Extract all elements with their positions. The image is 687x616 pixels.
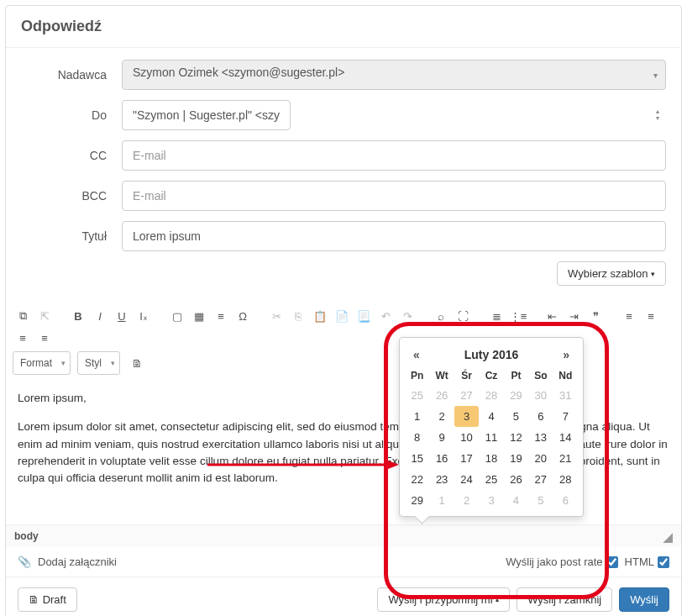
align-right-icon[interactable]: ≡ [13,328,33,348]
calendar-day[interactable]: 7 [553,406,578,427]
sender-label: Nadawca [21,68,122,82]
resize-handle-icon[interactable]: ◢ [663,530,673,544]
sender-select[interactable]: Szymon Ozimek <szymon@sugester.pl> [122,60,666,90]
calendar-day[interactable]: 10 [454,427,479,448]
subject-field[interactable] [122,221,666,251]
post-rate-label[interactable]: Wyślij jako post rate [506,555,617,568]
calendar-day[interactable]: 29 [405,490,429,511]
calendar-day[interactable]: 27 [454,385,479,406]
paste-text-icon[interactable]: 📄 [332,306,352,326]
calendar-day[interactable]: 1 [405,406,429,427]
style-select[interactable]: Styl [77,351,120,375]
paste-word-icon[interactable]: 📃 [354,306,374,326]
calendar-day[interactable]: 26 [429,385,454,406]
calendar-day[interactable]: 18 [479,448,503,469]
quote-icon[interactable]: ❞ [585,306,606,326]
calendar-day[interactable]: 5 [504,406,528,427]
indent-icon[interactable]: ⇥ [564,306,584,326]
underline-button[interactable]: U [112,306,132,326]
calendar-day[interactable]: 4 [479,406,503,427]
body-tab: body ◢ [6,524,681,547]
redo-icon[interactable]: ↷ [397,306,417,326]
align-center-icon[interactable]: ≡ [641,306,661,326]
calendar-day[interactable]: 6 [528,406,553,427]
calendar-day[interactable]: 16 [429,448,454,469]
to-field[interactable] [122,100,291,130]
calendar-day[interactable]: 5 [528,490,553,511]
calendar-day[interactable]: 3 [479,490,503,511]
calendar-day[interactable]: 29 [504,385,528,406]
ul-icon[interactable]: ⋮≡ [508,306,528,326]
calendar-day[interactable]: 17 [454,448,479,469]
specialchar-icon[interactable]: Ω [233,306,253,326]
calendar-day[interactable]: 11 [479,427,503,448]
calendar-day[interactable]: 30 [528,385,553,406]
maximize-icon[interactable]: ⛶ [453,306,473,326]
calendar-next-button[interactable]: » [558,346,574,363]
calendar-day[interactable]: 3 [454,406,479,427]
paste-icon[interactable]: 📋 [310,306,330,326]
bcc-label: BCC [21,189,122,203]
calendar-day[interactable]: 25 [479,469,503,490]
cut-icon[interactable]: ✂ [266,306,286,326]
link-icon[interactable]: ⇱ [34,306,55,326]
calendar-day[interactable]: 28 [479,385,503,406]
calendar-dow: Wt [429,366,454,385]
hr-icon[interactable]: ≡ [211,306,231,326]
post-rate-checkbox[interactable] [606,556,618,568]
calendar-day[interactable]: 23 [429,469,454,490]
calendar-day[interactable]: 22 [405,469,429,490]
undo-icon[interactable]: ↶ [375,306,396,326]
image-icon[interactable]: ▢ [167,306,187,326]
calendar-day[interactable]: 24 [454,469,479,490]
calendar-day[interactable]: 15 [405,448,429,469]
outdent-icon[interactable]: ⇤ [542,306,562,326]
italic-button[interactable]: I [90,306,110,326]
html-checkbox[interactable] [658,556,669,568]
calendar-day[interactable]: 14 [553,427,578,448]
calendar-day[interactable]: 13 [528,427,553,448]
source-icon[interactable]: ⧉ [13,306,33,326]
table-icon[interactable]: ▦ [189,306,209,326]
find-icon[interactable]: ⌕ [431,306,451,326]
clear-format-button[interactable]: Iₓ [134,306,154,326]
save-icon[interactable]: 🗎 [127,353,147,373]
send-close-button[interactable]: Wyślij i zamknij [517,587,612,612]
send-remind-button[interactable]: Wyślij i przypomnij mi ▴ [377,587,510,612]
to-expand-icon[interactable]: ▴▾ [656,108,659,122]
calendar-prev-button[interactable]: « [408,346,425,363]
html-label[interactable]: HTML [625,555,669,568]
calendar-title[interactable]: Luty 2016 [464,348,519,361]
calendar-day[interactable]: 25 [405,385,429,406]
copy-icon[interactable]: ⎘ [288,306,308,326]
calendar-day[interactable]: 12 [504,427,528,448]
format-select[interactable]: Format [13,351,71,375]
calendar-day[interactable]: 19 [504,448,528,469]
calendar-day[interactable]: 2 [429,406,454,427]
calendar-day[interactable]: 20 [528,448,553,469]
align-left-icon[interactable]: ≡ [619,306,639,326]
bcc-field[interactable] [122,181,666,211]
calendar-dow: Nd [553,366,578,385]
calendar-day[interactable]: 27 [528,469,553,490]
calendar-day[interactable]: 28 [553,469,578,490]
send-button[interactable]: Wyślij [619,587,669,612]
calendar-dow: Pn [405,366,429,385]
calendar-day[interactable]: 21 [553,448,578,469]
cc-field[interactable] [122,140,666,171]
bold-button[interactable]: B [68,306,88,326]
add-attachment-button[interactable]: 📎 Dodaj załączniki [18,555,117,568]
ol-icon[interactable]: ≣ [486,306,506,326]
align-justify-icon[interactable]: ≡ [34,328,55,348]
calendar-day[interactable]: 4 [504,490,528,511]
calendar-day[interactable]: 8 [405,427,429,448]
calendar-day[interactable]: 26 [504,469,528,490]
draft-button[interactable]: 🗎 Draft [18,587,77,612]
calendar-day[interactable]: 6 [553,490,578,511]
template-button[interactable]: Wybierz szablon ▾ [557,261,666,286]
calendar-day[interactable]: 1 [429,490,454,511]
cc-label: CC [21,149,122,162]
calendar-day[interactable]: 9 [429,427,454,448]
calendar-day[interactable]: 31 [553,385,578,406]
calendar-day[interactable]: 2 [454,490,479,511]
